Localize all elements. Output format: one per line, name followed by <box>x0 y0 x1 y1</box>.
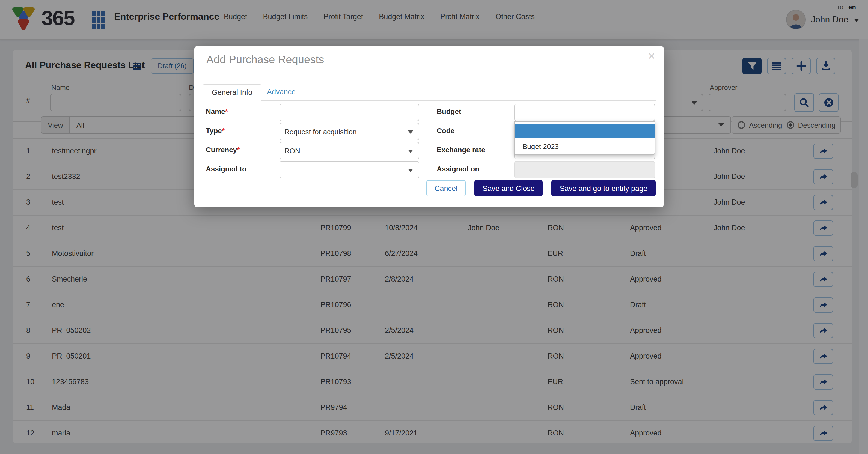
divider <box>194 76 664 76</box>
budget-input[interactable] <box>514 104 655 121</box>
required-asterisk: * <box>237 146 240 154</box>
name-input[interactable] <box>280 104 419 121</box>
tab-general-info[interactable]: General Info <box>203 84 262 101</box>
chevron-down-icon <box>408 150 413 153</box>
cancel-button[interactable]: Cancel <box>426 180 466 196</box>
application-window: 365 Enterprise Performance Budget Budget… <box>0 0 868 454</box>
add-purchase-requests-modal: Add Purchase Requests × General Info Adv… <box>194 46 664 207</box>
currency-select[interactable]: RON <box>280 142 419 159</box>
assigned-on-field-label: Assigned on <box>437 165 479 173</box>
type-select[interactable]: Request for acquisition <box>280 123 419 140</box>
dropdown-option-empty[interactable] <box>515 124 655 138</box>
required-asterisk: * <box>222 127 225 135</box>
chevron-down-icon <box>408 130 413 134</box>
close-icon[interactable]: × <box>648 50 655 62</box>
code-field-label: Code <box>437 127 455 135</box>
save-and-go-button[interactable]: Save and go to entity page <box>552 180 656 196</box>
code-dropdown-list: Buget 2023 <box>514 121 655 155</box>
assigned-to-select[interactable] <box>280 161 419 179</box>
save-and-close-button[interactable]: Save and Close <box>474 180 543 196</box>
name-field-label: Name* <box>206 107 228 116</box>
chevron-down-icon <box>408 169 413 172</box>
assigned-to-field-label: Assigned to <box>206 165 246 173</box>
modal-title: Add Purchase Requests <box>206 54 324 66</box>
modal-tabbar: General Info Advance <box>203 85 656 101</box>
currency-value: RON <box>284 147 300 155</box>
assigned-on-field <box>514 161 655 179</box>
currency-field-label: Currency* <box>206 146 240 154</box>
type-field-label: Type* <box>206 127 225 135</box>
required-asterisk: * <box>225 107 228 116</box>
budget-field-label: Budget <box>437 107 461 116</box>
type-value: Request for acquisition <box>284 127 357 136</box>
tab-advance[interactable]: Advance <box>267 88 296 96</box>
exchange-rate-field-label: Exchange rate <box>437 146 485 154</box>
modal-footer: Cancel Save and Close Save and go to ent… <box>194 180 656 196</box>
dropdown-option-buget-2023[interactable]: Buget 2023 <box>515 140 655 154</box>
